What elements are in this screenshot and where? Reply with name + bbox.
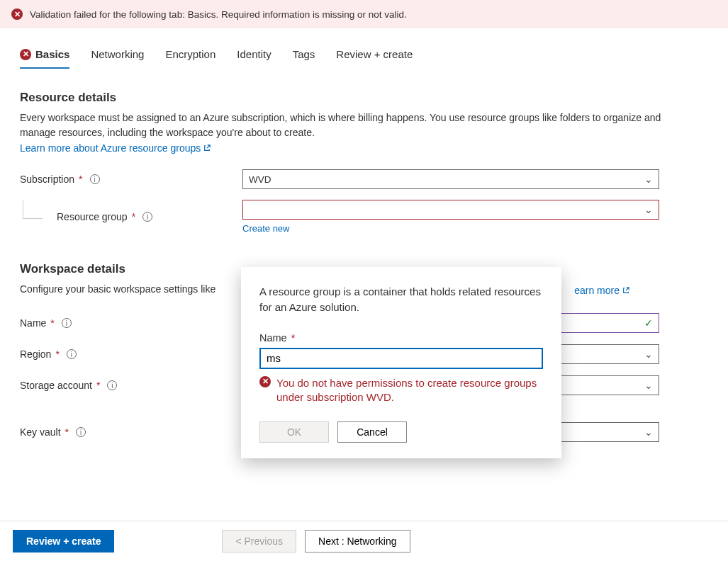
review-create-button[interactable]: Review + create [13, 530, 114, 552]
external-link-icon [203, 144, 211, 152]
tab-review-create[interactable]: Review + create [336, 48, 413, 69]
tab-label: Tags [293, 48, 315, 60]
resource-group-label: Resource group [57, 211, 128, 222]
resource-details-title: Resource details [20, 91, 708, 105]
wizard-tabs: ✕ Basics Networking Encryption Identity … [0, 28, 728, 69]
validation-banner: ✕ Validation failed for the following ta… [0, 0, 728, 28]
required-star: * [132, 211, 135, 222]
resource-details-desc: Every workspace must be assigned to an A… [20, 110, 672, 140]
required-star: * [55, 348, 59, 360]
subscription-label: Subscription [20, 174, 74, 185]
learn-more-link[interactable]: earn more [574, 285, 629, 296]
chevron-down-icon: ⌄ [644, 348, 653, 360]
info-icon[interactable]: i [107, 380, 117, 390]
keyvault-label: Key vault [20, 426, 61, 438]
required-star: * [50, 317, 54, 329]
create-resource-group-dialog: A resource group is a container that hol… [241, 267, 561, 458]
required-star: * [79, 174, 82, 185]
info-icon[interactable]: i [90, 174, 100, 184]
previous-button[interactable]: < Previous [222, 530, 296, 552]
error-icon: ✕ [20, 49, 31, 60]
cancel-button[interactable]: Cancel [337, 421, 407, 443]
validation-message: Validation failed for the following tab:… [30, 9, 407, 20]
tab-label: Identity [237, 48, 271, 60]
learn-resource-groups-link[interactable]: Learn more about Azure resource groups [20, 142, 211, 154]
tab-label: Networking [91, 48, 144, 60]
chevron-down-icon: ⌄ [644, 426, 653, 438]
required-star: * [96, 380, 100, 391]
region-label: Region [20, 348, 51, 360]
tab-tags[interactable]: Tags [293, 48, 315, 69]
tree-elbow-icon [23, 200, 43, 219]
check-icon: ✓ [644, 317, 653, 329]
error-icon: ✕ [259, 376, 271, 387]
dialog-name-label: Name [259, 332, 287, 344]
subscription-dropdown[interactable]: WVD ⌄ [242, 169, 659, 189]
tab-encryption[interactable]: Encryption [165, 48, 215, 69]
link-text: Learn more about Azure resource groups [20, 142, 201, 154]
dialog-description: A resource group is a container that hol… [259, 284, 543, 315]
subscription-value: WVD [249, 174, 271, 185]
external-link-icon [622, 287, 629, 294]
chevron-down-icon: ⌄ [644, 380, 653, 391]
chevron-down-icon: ⌄ [644, 204, 653, 215]
next-button[interactable]: Next : Networking [305, 530, 410, 552]
required-star: * [289, 332, 296, 344]
wizard-footer: Review + create < Previous Next : Networ… [0, 521, 728, 561]
workspace-name-label: Name [20, 317, 46, 329]
tab-basics[interactable]: ✕ Basics [20, 48, 69, 69]
subscription-row: Subscription * i WVD ⌄ [20, 169, 708, 190]
info-icon[interactable]: i [142, 212, 152, 222]
resource-group-row: Resource group * i ⌄ Create new [20, 200, 708, 234]
error-icon: ✕ [11, 8, 23, 20]
tab-label: Review + create [336, 48, 413, 60]
info-icon[interactable]: i [67, 349, 77, 359]
tab-networking[interactable]: Networking [91, 48, 144, 69]
tab-label: Basics [35, 48, 69, 60]
info-icon[interactable]: i [76, 427, 86, 437]
info-icon[interactable]: i [62, 318, 72, 328]
ok-button[interactable]: OK [259, 421, 329, 443]
link-text: earn more [574, 285, 620, 296]
dialog-error-text: You do not have permissions to create re… [276, 376, 543, 405]
tab-label: Encryption [165, 48, 215, 60]
storage-label: Storage account [20, 380, 92, 391]
resource-group-dropdown[interactable]: ⌄ [242, 200, 659, 220]
required-star: * [65, 426, 69, 438]
chevron-down-icon: ⌄ [644, 174, 653, 185]
workspace-details-desc: Configure your basic workspace settings … [20, 282, 215, 297]
create-new-link[interactable]: Create new [242, 223, 289, 234]
resource-group-name-input[interactable] [259, 348, 543, 369]
tab-identity[interactable]: Identity [237, 48, 271, 69]
